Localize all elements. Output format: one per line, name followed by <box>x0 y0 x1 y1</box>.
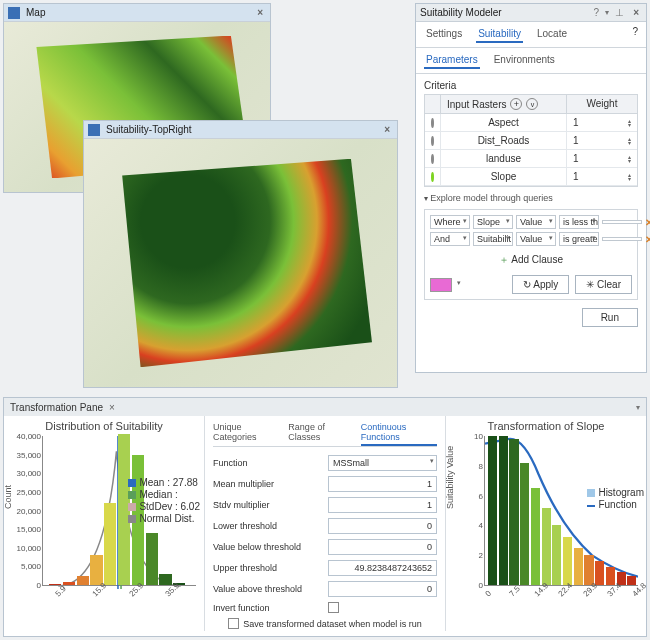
hist-bar <box>488 436 497 585</box>
hist-bar <box>552 525 561 585</box>
map-a-title: Map <box>26 7 248 18</box>
raster-name: Dist_Roads <box>441 132 567 149</box>
distribution-title: Distribution of Suitability <box>8 420 200 432</box>
slope-chart: Transformation of Slope Suitability Valu… <box>446 416 646 631</box>
hist-bar <box>77 576 89 585</box>
midtab-continuous[interactable]: Continuous Functions <box>361 420 437 446</box>
weight-stepper[interactable]: ▴▾ <box>628 173 631 181</box>
slope-title: Transformation of Slope <box>450 420 642 432</box>
transform-pane-title: Transformation Pane <box>10 402 103 413</box>
help-hint-icon[interactable]: ? <box>594 7 600 18</box>
hist-bar <box>159 574 171 585</box>
field-select[interactable]: Suitabilit <box>473 232 513 246</box>
help-icon[interactable]: ? <box>632 26 638 43</box>
weight-stepper[interactable]: ▴▾ <box>628 155 631 163</box>
dropdown-icon[interactable]: ▾ <box>605 8 609 17</box>
weight-value: 1 <box>573 117 579 128</box>
criteria-row[interactable]: Dist_Roads 1 ▴▾ <box>425 132 637 150</box>
add-clause-button[interactable]: ＋ Add Clause <box>430 249 632 271</box>
tab-settings[interactable]: Settings <box>424 26 464 43</box>
remove-clause-button[interactable]: ✕ <box>645 234 650 245</box>
col-weight: Weight <box>567 95 637 113</box>
transform-tabbar: Transformation Pane × ▾ <box>4 398 646 416</box>
modeler-title: Suitability Modeler <box>420 7 588 18</box>
weight-value: 1 <box>573 153 579 164</box>
map-b-view[interactable] <box>84 139 397 387</box>
save-transformed-label: Save transformed dataset when model is r… <box>243 619 422 629</box>
subtab-environments[interactable]: Environments <box>492 52 557 69</box>
op-select[interactable]: is less th. <box>559 215 599 229</box>
clear-button[interactable]: ✳ Clear <box>575 275 632 294</box>
weight-stepper[interactable]: ▴▾ <box>628 119 631 127</box>
subtab-parameters[interactable]: Parameters <box>424 52 480 69</box>
type-select[interactable]: Value <box>516 215 556 229</box>
type-select[interactable]: Value <box>516 232 556 246</box>
map-panel-b: Suitability-TopRight × <box>83 120 398 388</box>
close-icon[interactable]: × <box>109 402 115 413</box>
close-icon[interactable]: × <box>381 124 393 135</box>
hist-bar <box>520 463 529 585</box>
criteria-row[interactable]: Slope 1 ▴▾ <box>425 168 637 186</box>
criteria-row[interactable]: landuse 1 ▴▾ <box>425 150 637 168</box>
suitability-modeler-panel: Suitability Modeler ? ▾ ⊥ × Settings Sui… <box>415 3 647 373</box>
hist-bar <box>499 436 508 585</box>
invert-checkbox[interactable] <box>328 602 339 613</box>
value-select[interactable] <box>602 220 642 224</box>
weight-value: 1 <box>573 135 579 146</box>
value-above-input[interactable]: 0 <box>328 581 437 597</box>
map-icon <box>88 124 100 136</box>
criteria-row[interactable]: Aspect 1 ▴▾ <box>425 114 637 132</box>
stdv-multiplier-input[interactable]: 1 <box>328 497 437 513</box>
explore-queries-toggle[interactable]: Explore model through queries <box>424 193 638 203</box>
map-icon <box>8 7 20 19</box>
color-dot <box>431 154 434 164</box>
modeler-titlebar: Suitability Modeler ? ▾ ⊥ × <box>416 4 646 22</box>
query-clause: Where Slope Value is less th. ✕ <box>430 215 632 229</box>
distribution-chart: Distribution of Suitability Count 05,000… <box>4 416 204 631</box>
hist-bar <box>542 508 551 585</box>
hist-bar <box>146 533 158 585</box>
hist-bar <box>63 582 75 585</box>
y-axis-label: Suitability Value <box>445 445 455 508</box>
midtab-unique[interactable]: Unique Categories <box>213 420 278 446</box>
apply-button[interactable]: ↻ Apply <box>512 275 569 294</box>
hist-bar <box>563 537 572 585</box>
hist-bar <box>595 561 604 585</box>
mean-multiplier-input[interactable]: 1 <box>328 476 437 492</box>
join-select[interactable]: And <box>430 232 470 246</box>
value-select[interactable] <box>602 237 642 241</box>
close-icon[interactable]: × <box>630 7 642 18</box>
raster-menu-button[interactable]: v <box>526 98 538 110</box>
hist-bar <box>509 439 518 585</box>
pin-icon[interactable]: ⊥ <box>615 7 624 18</box>
tab-locate[interactable]: Locate <box>535 26 569 43</box>
lower-threshold-input[interactable]: 0 <box>328 518 437 534</box>
value-below-input[interactable]: 0 <box>328 539 437 555</box>
criteria-label: Criteria <box>424 80 638 91</box>
midtab-range[interactable]: Range of Classes <box>288 420 350 446</box>
op-select[interactable]: is greater <box>559 232 599 246</box>
col-input-rasters: Input Rasters <box>447 99 506 110</box>
save-transformed-checkbox[interactable] <box>228 618 239 629</box>
tab-suitability[interactable]: Suitability <box>476 26 523 43</box>
join-select[interactable]: Where <box>430 215 470 229</box>
remove-clause-button[interactable]: ✕ <box>645 217 650 228</box>
close-icon[interactable]: × <box>254 7 266 18</box>
weight-stepper[interactable]: ▴▾ <box>628 137 631 145</box>
color-dot <box>431 136 434 146</box>
field-select[interactable]: Slope <box>473 215 513 229</box>
modeler-tabs: Settings Suitability Locate ? <box>416 22 646 48</box>
highlight-color-picker[interactable] <box>430 278 452 292</box>
raster-name: landuse <box>441 150 567 167</box>
function-select[interactable]: MSSmall <box>328 455 437 471</box>
upper-threshold-input[interactable]: 49.8238487243652 <box>328 560 437 576</box>
criteria-grid: Input Rasters + v Weight Aspect 1 ▴▾ Dis… <box>424 94 638 187</box>
run-button[interactable]: Run <box>582 308 638 327</box>
add-raster-button[interactable]: + <box>510 98 522 110</box>
raster-name: Aspect <box>441 114 567 131</box>
color-dot <box>431 118 434 128</box>
pane-menu-button[interactable]: ▾ <box>636 403 640 412</box>
map-b-titlebar: Suitability-TopRight × <box>84 121 397 139</box>
hist-bar <box>104 503 116 585</box>
map-a-titlebar: Map × <box>4 4 270 22</box>
